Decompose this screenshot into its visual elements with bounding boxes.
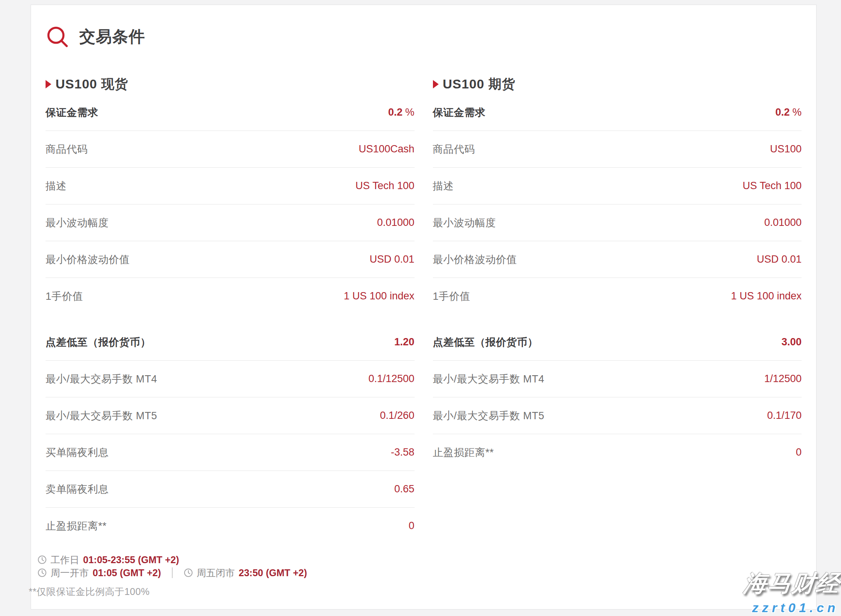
row-value: US100Cash: [359, 143, 415, 155]
row-value: -3.58: [391, 446, 415, 458]
trading-hours: 工作日 01:05-23:55 (GMT +2) 周一开市 01:05 (GMT…: [37, 553, 415, 598]
table-row-min-fluctuation: 最小波动幅度 0.01000: [433, 204, 802, 241]
clock-icon: [37, 555, 47, 565]
row-value: 0: [796, 446, 802, 458]
row-label: 最小/最大交易手数 MT4: [46, 372, 157, 386]
friday-close-time: 23:50 (GMT +2): [239, 567, 307, 578]
table-row-margin: 保证金需求 0.2%: [46, 94, 415, 131]
row-value: 1 US 100 index: [344, 290, 415, 302]
row-value: 1 US 100 index: [731, 290, 802, 302]
row-label: 最小价格波动价值: [433, 253, 517, 266]
row-value: 0.01000: [764, 217, 802, 229]
row-label: 最小波动幅度: [433, 216, 496, 230]
row-value: US Tech 100: [355, 180, 414, 192]
row-value: 0.01000: [377, 217, 415, 229]
table-row-lot-value: 1手价值 1 US 100 index: [46, 278, 415, 314]
monday-open-label: 周一开市: [51, 567, 89, 579]
futures-column: US100 期货 保证金需求 0.2% 商品代码 US100 描述 US Tec…: [433, 77, 802, 598]
watermark-brand: 海马财经: [742, 568, 841, 599]
row-label: 最小/最大交易手数 MT5: [433, 409, 545, 423]
row-label: 止盈损距离**: [433, 446, 494, 459]
row-label: 最小价格波动价值: [46, 253, 130, 266]
margin-footnote: **仅限保证金比例高于100%: [29, 585, 415, 598]
row-value: 0.2%: [388, 106, 415, 118]
row-value: 0.1/260: [380, 410, 414, 422]
row-value: 1.20: [394, 336, 415, 348]
row-value: 0.1/12500: [368, 373, 414, 385]
row-label: 描述: [433, 179, 454, 193]
watermark-domain: zzrt01.cn: [752, 600, 839, 615]
row-value: 0.1/170: [767, 410, 802, 422]
row-label: 商品代码: [433, 142, 475, 156]
spot-section-header: US100 现货: [46, 77, 415, 91]
table-row-spread: 点差低至（报价货币） 3.00: [433, 324, 802, 361]
row-label: 最小/最大交易手数 MT5: [46, 409, 157, 423]
row-label: 点差低至（报价货币）: [46, 335, 151, 349]
table-row-swap-long: 买单隔夜利息 -3.58: [46, 434, 415, 471]
row-value: 0.2%: [775, 106, 802, 118]
content-card: 交易条件 US100 现货 保证金需求 0.2% 商品代码 US100Cash: [31, 5, 817, 609]
page-title: 交易条件: [79, 26, 145, 47]
row-label: 商品代码: [46, 142, 88, 156]
row-value: USD 0.01: [369, 253, 414, 265]
triangle-bullet-icon: [46, 80, 51, 88]
table-row-margin: 保证金需求 0.2%: [433, 94, 802, 131]
clock-icon: [183, 568, 193, 578]
row-value: 0: [408, 520, 414, 532]
page: 交易条件 US100 现货 保证金需求 0.2% 商品代码 US100Cash: [0, 0, 841, 616]
search-icon: [46, 25, 69, 49]
row-value: 1/12500: [764, 373, 802, 385]
table-row-lots-mt4: 最小/最大交易手数 MT4 0.1/12500: [46, 361, 415, 397]
weekday-label: 工作日: [51, 554, 79, 566]
table-row-tick-value: 最小价格波动价值 USD 0.01: [46, 241, 415, 278]
weekday-hours-line: 工作日 01:05-23:55 (GMT +2): [37, 553, 415, 566]
table-row-symbol: 商品代码 US100Cash: [46, 131, 415, 168]
table-row-lots-mt5: 最小/最大交易手数 MT5 0.1/170: [433, 397, 802, 434]
row-label: 保证金需求: [433, 106, 486, 119]
spot-table: 保证金需求 0.2% 商品代码 US100Cash 描述 US Tech 100…: [46, 94, 415, 544]
spot-section-title: US100 现货: [56, 75, 128, 93]
separator: [172, 567, 173, 578]
table-row-lot-value: 1手价值 1 US 100 index: [433, 278, 802, 314]
table-row-spread: 点差低至（报价货币） 1.20: [46, 324, 415, 361]
table-row-symbol: 商品代码 US100: [433, 131, 802, 168]
spot-column: US100 现货 保证金需求 0.2% 商品代码 US100Cash 描述 US…: [46, 77, 415, 598]
row-label: 1手价值: [46, 289, 83, 303]
table-row-lots-mt5: 最小/最大交易手数 MT5 0.1/260: [46, 397, 415, 434]
page-header: 交易条件: [46, 25, 802, 49]
row-label: 描述: [46, 179, 67, 193]
futures-table: 保证金需求 0.2% 商品代码 US100 描述 US Tech 100 最小波…: [433, 94, 802, 471]
row-value: 0.65: [394, 483, 415, 495]
table-row-stop-level: 止盈损距离** 0: [46, 508, 415, 544]
monday-open-time: 01:05 (GMT +2): [93, 567, 161, 578]
weekday-time: 01:05-23:55 (GMT +2): [83, 554, 179, 565]
row-label: 止盈损距离**: [46, 519, 107, 533]
futures-section-header: US100 期货: [433, 77, 802, 91]
table-row-min-fluctuation: 最小波动幅度 0.01000: [46, 204, 415, 241]
row-value: US100: [770, 143, 802, 155]
row-label: 保证金需求: [46, 106, 98, 119]
row-label: 卖单隔夜利息: [46, 482, 109, 496]
row-value: US Tech 100: [743, 180, 802, 192]
row-label: 点差低至（报价货币）: [433, 335, 538, 349]
row-value: 3.00: [781, 336, 802, 348]
table-row-description: 描述 US Tech 100: [433, 168, 802, 204]
table-row-lots-mt4: 最小/最大交易手数 MT4 1/12500: [433, 361, 802, 397]
clock-icon: [37, 568, 47, 578]
friday-close-label: 周五闭市: [197, 567, 235, 579]
row-label: 最小/最大交易手数 MT4: [433, 372, 545, 386]
tables-container: US100 现货 保证金需求 0.2% 商品代码 US100Cash 描述 US…: [46, 77, 802, 598]
table-row-stop-level: 止盈损距离** 0: [433, 434, 802, 471]
table-row-description: 描述 US Tech 100: [46, 168, 415, 204]
table-row-tick-value: 最小价格波动价值 USD 0.01: [433, 241, 802, 278]
futures-section-title: US100 期货: [443, 75, 515, 93]
row-label: 最小波动幅度: [46, 216, 109, 230]
row-label: 买单隔夜利息: [46, 446, 109, 459]
triangle-bullet-icon: [433, 80, 439, 88]
row-label: 1手价值: [433, 289, 470, 303]
open-close-hours-line: 周一开市 01:05 (GMT +2) 周五闭市 23:50 (GMT +2): [37, 566, 415, 579]
table-row-swap-short: 卖单隔夜利息 0.65: [46, 471, 415, 508]
row-value: USD 0.01: [757, 253, 802, 265]
